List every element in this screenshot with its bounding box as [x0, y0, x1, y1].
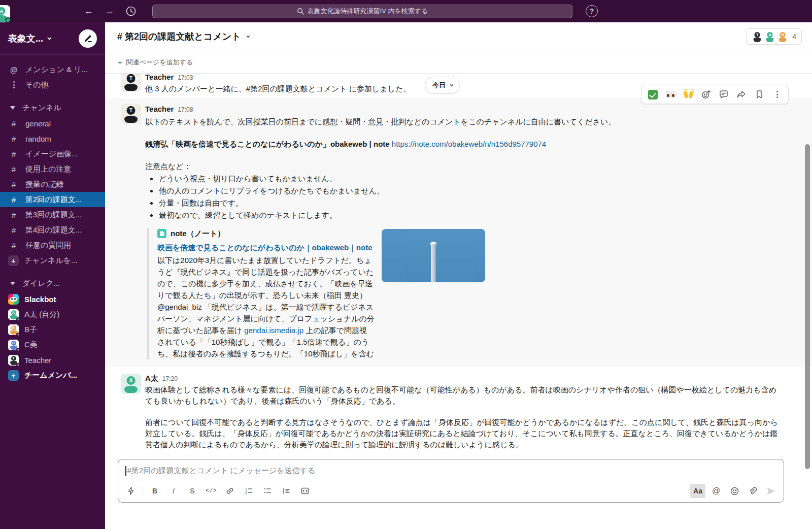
gendai-link[interactable]: gendai.ismedia.jp: [244, 326, 303, 335]
help-icon[interactable]: ?: [586, 5, 598, 17]
new-message-button[interactable]: [79, 29, 97, 48]
add-reaction-icon[interactable]: [699, 87, 713, 102]
reaction-raised-hands-icon[interactable]: [681, 87, 695, 102]
sidebar-channel-questions[interactable]: #任意の質問用: [0, 238, 105, 253]
channels-section-header[interactable]: チャンネル: [0, 100, 105, 116]
bold-icon[interactable]: B: [147, 484, 162, 498]
slackbot-avatar: [8, 294, 19, 305]
more-actions-icon[interactable]: [770, 87, 784, 102]
sidebar-channel-class-record[interactable]: #授業の記録: [0, 177, 105, 192]
sidebar-channel-session2-selected[interactable]: #第2回の課題文...: [0, 192, 105, 207]
avatar[interactable]: TeacherT: [121, 74, 141, 92]
chevron-down-icon: [47, 36, 51, 40]
channel-label: 任意の質問用: [25, 241, 71, 250]
reaction-white-check-mark-icon[interactable]: [646, 87, 660, 102]
dms-section-header[interactable]: ダイレク...: [0, 275, 105, 291]
link-icon[interactable]: [222, 484, 238, 498]
message-sender[interactable]: Teacher: [145, 104, 174, 115]
history-back-icon[interactable]: ←: [84, 6, 93, 17]
avatar[interactable]: T: [121, 104, 141, 124]
search-icon: [297, 8, 304, 15]
dm-slackbot[interactable]: Slackbot: [0, 291, 105, 307]
message-composer[interactable]: #第2回の課題文献とコメント にメッセージを送信する B I S </> 12: [118, 459, 784, 503]
plus-icon: +: [8, 370, 19, 381]
divider: [143, 486, 143, 496]
hash-icon: #: [8, 195, 19, 204]
history-clock-icon[interactable]: [125, 6, 137, 17]
add-channel-button[interactable]: + チャンネルを...: [0, 253, 105, 268]
reaction-eyes-icon[interactable]: [663, 87, 678, 102]
avatar[interactable]: A: [121, 374, 141, 394]
sidebar-channel-session4[interactable]: #第4回の課題文...: [0, 222, 105, 238]
message-sender[interactable]: A太: [145, 373, 158, 384]
add-canvas-button[interactable]: + 関連ページを追加する: [105, 51, 812, 74]
channel-label: general: [25, 119, 51, 128]
vertical-scrollbar[interactable]: [805, 144, 810, 469]
message-timestamp[interactable]: 17:03: [178, 74, 193, 83]
reply-thread-icon[interactable]: [717, 87, 731, 102]
sidebar-channel-usage-notes[interactable]: #使用上の注意: [0, 161, 105, 177]
strikethrough-icon[interactable]: S: [185, 484, 200, 498]
ordered-list-icon[interactable]: 12: [241, 484, 256, 498]
card-title-link[interactable]: 映画を倍速で見ることのなにがわるいのか｜obakeweb｜note: [157, 242, 375, 253]
member-avatar: T: [752, 31, 763, 42]
attach-file-icon[interactable]: [745, 484, 760, 498]
hash-icon: #: [8, 241, 19, 250]
dm-teacher[interactable]: T Teacher: [0, 352, 105, 368]
sidebar-channel-random[interactable]: #random: [0, 131, 105, 146]
emoji-picker-icon[interactable]: [727, 484, 742, 498]
sidebar-channel-general[interactable]: #general: [0, 116, 105, 131]
member-avatar: B: [777, 31, 788, 42]
search-input[interactable]: 表象文化論特殊研究演習IV 内を検索する: [152, 5, 572, 18]
presence-online-dot: [5, 17, 10, 22]
code-icon[interactable]: </>: [204, 484, 219, 498]
mention-icon[interactable]: @: [708, 484, 724, 498]
show-formatting-button[interactable]: Aa: [690, 484, 705, 498]
bullet-list-icon[interactable]: [260, 484, 275, 498]
shortcuts-lightning-icon[interactable]: [123, 484, 139, 498]
channel-title[interactable]: # 第2回の課題文献とコメント: [117, 30, 249, 43]
dm-name: B子: [24, 325, 37, 335]
card-thumbnail-image[interactable]: [382, 229, 485, 282]
dms-section-label: ダイレク...: [22, 279, 60, 288]
note-article-link[interactable]: https://note.com/obakeweb/n/n156d9577907…: [392, 140, 546, 148]
sidebar-item-label: メンション & リ...: [25, 65, 88, 75]
send-message-button[interactable]: [763, 484, 779, 498]
message-timestamp[interactable]: 17:08: [178, 104, 193, 115]
sidebar: 表象文... @ メンション & リ... その他 チャンネル #general…: [0, 22, 105, 529]
channels-section-label: チャンネル: [22, 103, 61, 113]
card-description: 以下は2020年3月に書いたまま放置していたドラフトだ。ちょうど『現代ビジネス』…: [157, 254, 375, 359]
sidebar-channel-session3[interactable]: #第3回の課題文...: [0, 207, 105, 222]
add-teammates-label: チームメンバ...: [24, 371, 77, 380]
text-cursor: [125, 466, 126, 476]
user-avatar[interactable]: A: [0, 5, 10, 22]
code-block-icon[interactable]: [297, 484, 313, 498]
svg-text:2: 2: [245, 491, 247, 494]
message-sender[interactable]: Teacher: [145, 74, 174, 83]
dm-c[interactable]: C C美: [0, 337, 105, 352]
avatar: C: [8, 340, 19, 350]
channel-label: 第3回の課題文...: [25, 210, 82, 220]
add-teammates-button[interactable]: + チームメンバ...: [0, 368, 105, 383]
sidebar-item-more[interactable]: その他: [0, 77, 105, 92]
member-list-button[interactable]: T A B 4: [746, 28, 802, 45]
dm-self[interactable]: A A太 (自分): [0, 307, 105, 322]
message-actions-toolbar: [641, 85, 789, 104]
workspace-header[interactable]: 表象文...: [0, 22, 105, 55]
save-bookmark-icon[interactable]: [752, 87, 766, 102]
date-divider-pill[interactable]: 今日: [425, 77, 460, 94]
blockquote-icon[interactable]: [279, 484, 294, 498]
sidebar-item-mentions[interactable]: @ メンション & リ...: [0, 62, 105, 77]
hash-icon: #: [8, 119, 19, 128]
message-timestamp[interactable]: 17:20: [162, 373, 178, 384]
more-vertical-icon: [8, 81, 19, 88]
ata-message: A A太 17:20 映画体験として総称される様々な要素には、回復可能であるもの…: [105, 367, 812, 454]
sidebar-channel-image[interactable]: #イメージ画像...: [0, 146, 105, 161]
share-message-icon[interactable]: [734, 87, 749, 102]
composer-input[interactable]: #第2回の課題文献とコメント にメッセージを送信する: [118, 459, 784, 481]
italic-icon[interactable]: I: [166, 484, 181, 498]
history-forward-icon[interactable]: →: [105, 6, 114, 17]
dm-b[interactable]: B B子: [0, 322, 105, 337]
channel-label: 第2回の課題文...: [25, 195, 82, 205]
search-text: 表象文化論特殊研究演習IV 内を検索する: [308, 7, 428, 16]
